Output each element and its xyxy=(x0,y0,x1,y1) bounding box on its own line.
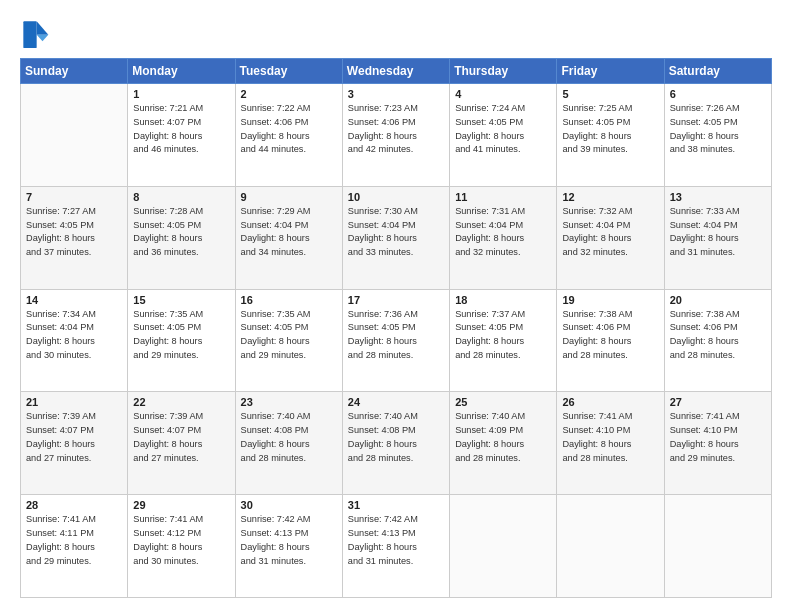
day-info: Sunrise: 7:27 AM Sunset: 4:05 PM Dayligh… xyxy=(26,205,122,260)
calendar-cell: 3Sunrise: 7:23 AM Sunset: 4:06 PM Daylig… xyxy=(342,84,449,187)
calendar-cell: 9Sunrise: 7:29 AM Sunset: 4:04 PM Daylig… xyxy=(235,186,342,289)
svg-marker-0 xyxy=(37,21,49,34)
col-header-wednesday: Wednesday xyxy=(342,59,449,84)
day-info: Sunrise: 7:33 AM Sunset: 4:04 PM Dayligh… xyxy=(670,205,766,260)
calendar-cell: 28Sunrise: 7:41 AM Sunset: 4:11 PM Dayli… xyxy=(21,495,128,598)
calendar-cell: 21Sunrise: 7:39 AM Sunset: 4:07 PM Dayli… xyxy=(21,392,128,495)
calendar-cell: 26Sunrise: 7:41 AM Sunset: 4:10 PM Dayli… xyxy=(557,392,664,495)
calendar-cell: 16Sunrise: 7:35 AM Sunset: 4:05 PM Dayli… xyxy=(235,289,342,392)
day-number: 7 xyxy=(26,191,122,203)
calendar-cell: 24Sunrise: 7:40 AM Sunset: 4:08 PM Dayli… xyxy=(342,392,449,495)
calendar-cell: 14Sunrise: 7:34 AM Sunset: 4:04 PM Dayli… xyxy=(21,289,128,392)
calendar-cell: 23Sunrise: 7:40 AM Sunset: 4:08 PM Dayli… xyxy=(235,392,342,495)
day-number: 16 xyxy=(241,294,337,306)
day-number: 6 xyxy=(670,88,766,100)
calendar-cell: 6Sunrise: 7:26 AM Sunset: 4:05 PM Daylig… xyxy=(664,84,771,187)
day-info: Sunrise: 7:42 AM Sunset: 4:13 PM Dayligh… xyxy=(241,513,337,568)
calendar-header-row: SundayMondayTuesdayWednesdayThursdayFrid… xyxy=(21,59,772,84)
day-info: Sunrise: 7:24 AM Sunset: 4:05 PM Dayligh… xyxy=(455,102,551,157)
day-info: Sunrise: 7:39 AM Sunset: 4:07 PM Dayligh… xyxy=(26,410,122,465)
day-info: Sunrise: 7:35 AM Sunset: 4:05 PM Dayligh… xyxy=(133,308,229,363)
calendar-row-2: 7Sunrise: 7:27 AM Sunset: 4:05 PM Daylig… xyxy=(21,186,772,289)
day-info: Sunrise: 7:29 AM Sunset: 4:04 PM Dayligh… xyxy=(241,205,337,260)
day-number: 25 xyxy=(455,396,551,408)
day-info: Sunrise: 7:38 AM Sunset: 4:06 PM Dayligh… xyxy=(562,308,658,363)
col-header-friday: Friday xyxy=(557,59,664,84)
svg-rect-2 xyxy=(23,21,36,48)
day-info: Sunrise: 7:39 AM Sunset: 4:07 PM Dayligh… xyxy=(133,410,229,465)
day-info: Sunrise: 7:25 AM Sunset: 4:05 PM Dayligh… xyxy=(562,102,658,157)
calendar-row-1: 1Sunrise: 7:21 AM Sunset: 4:07 PM Daylig… xyxy=(21,84,772,187)
calendar-cell: 20Sunrise: 7:38 AM Sunset: 4:06 PM Dayli… xyxy=(664,289,771,392)
day-number: 17 xyxy=(348,294,444,306)
day-number: 23 xyxy=(241,396,337,408)
calendar-cell xyxy=(21,84,128,187)
calendar-cell: 22Sunrise: 7:39 AM Sunset: 4:07 PM Dayli… xyxy=(128,392,235,495)
day-number: 9 xyxy=(241,191,337,203)
day-number: 14 xyxy=(26,294,122,306)
day-number: 2 xyxy=(241,88,337,100)
calendar-row-5: 28Sunrise: 7:41 AM Sunset: 4:11 PM Dayli… xyxy=(21,495,772,598)
day-info: Sunrise: 7:30 AM Sunset: 4:04 PM Dayligh… xyxy=(348,205,444,260)
day-number: 29 xyxy=(133,499,229,511)
col-header-thursday: Thursday xyxy=(450,59,557,84)
calendar-cell: 25Sunrise: 7:40 AM Sunset: 4:09 PM Dayli… xyxy=(450,392,557,495)
day-number: 15 xyxy=(133,294,229,306)
day-number: 12 xyxy=(562,191,658,203)
day-number: 13 xyxy=(670,191,766,203)
day-number: 24 xyxy=(348,396,444,408)
day-info: Sunrise: 7:40 AM Sunset: 4:08 PM Dayligh… xyxy=(348,410,444,465)
day-number: 11 xyxy=(455,191,551,203)
day-info: Sunrise: 7:41 AM Sunset: 4:10 PM Dayligh… xyxy=(670,410,766,465)
col-header-saturday: Saturday xyxy=(664,59,771,84)
calendar-cell: 2Sunrise: 7:22 AM Sunset: 4:06 PM Daylig… xyxy=(235,84,342,187)
calendar-cell: 8Sunrise: 7:28 AM Sunset: 4:05 PM Daylig… xyxy=(128,186,235,289)
day-info: Sunrise: 7:36 AM Sunset: 4:05 PM Dayligh… xyxy=(348,308,444,363)
day-info: Sunrise: 7:38 AM Sunset: 4:06 PM Dayligh… xyxy=(670,308,766,363)
day-number: 3 xyxy=(348,88,444,100)
day-number: 4 xyxy=(455,88,551,100)
day-number: 28 xyxy=(26,499,122,511)
page: SundayMondayTuesdayWednesdayThursdayFrid… xyxy=(0,0,792,612)
day-number: 20 xyxy=(670,294,766,306)
day-info: Sunrise: 7:22 AM Sunset: 4:06 PM Dayligh… xyxy=(241,102,337,157)
day-info: Sunrise: 7:42 AM Sunset: 4:13 PM Dayligh… xyxy=(348,513,444,568)
day-info: Sunrise: 7:34 AM Sunset: 4:04 PM Dayligh… xyxy=(26,308,122,363)
calendar-cell: 31Sunrise: 7:42 AM Sunset: 4:13 PM Dayli… xyxy=(342,495,449,598)
day-info: Sunrise: 7:40 AM Sunset: 4:08 PM Dayligh… xyxy=(241,410,337,465)
calendar-cell: 12Sunrise: 7:32 AM Sunset: 4:04 PM Dayli… xyxy=(557,186,664,289)
day-number: 8 xyxy=(133,191,229,203)
day-info: Sunrise: 7:31 AM Sunset: 4:04 PM Dayligh… xyxy=(455,205,551,260)
day-number: 18 xyxy=(455,294,551,306)
calendar-cell: 4Sunrise: 7:24 AM Sunset: 4:05 PM Daylig… xyxy=(450,84,557,187)
day-info: Sunrise: 7:37 AM Sunset: 4:05 PM Dayligh… xyxy=(455,308,551,363)
calendar-cell xyxy=(557,495,664,598)
day-info: Sunrise: 7:40 AM Sunset: 4:09 PM Dayligh… xyxy=(455,410,551,465)
day-number: 21 xyxy=(26,396,122,408)
calendar-row-3: 14Sunrise: 7:34 AM Sunset: 4:04 PM Dayli… xyxy=(21,289,772,392)
day-number: 10 xyxy=(348,191,444,203)
calendar-table: SundayMondayTuesdayWednesdayThursdayFrid… xyxy=(20,58,772,598)
day-info: Sunrise: 7:23 AM Sunset: 4:06 PM Dayligh… xyxy=(348,102,444,157)
logo xyxy=(20,18,54,48)
calendar-cell: 30Sunrise: 7:42 AM Sunset: 4:13 PM Dayli… xyxy=(235,495,342,598)
day-info: Sunrise: 7:21 AM Sunset: 4:07 PM Dayligh… xyxy=(133,102,229,157)
day-info: Sunrise: 7:35 AM Sunset: 4:05 PM Dayligh… xyxy=(241,308,337,363)
calendar-cell: 15Sunrise: 7:35 AM Sunset: 4:05 PM Dayli… xyxy=(128,289,235,392)
svg-marker-1 xyxy=(37,35,49,42)
calendar-cell: 7Sunrise: 7:27 AM Sunset: 4:05 PM Daylig… xyxy=(21,186,128,289)
header xyxy=(20,18,772,48)
col-header-tuesday: Tuesday xyxy=(235,59,342,84)
day-number: 22 xyxy=(133,396,229,408)
day-info: Sunrise: 7:28 AM Sunset: 4:05 PM Dayligh… xyxy=(133,205,229,260)
calendar-cell: 13Sunrise: 7:33 AM Sunset: 4:04 PM Dayli… xyxy=(664,186,771,289)
day-info: Sunrise: 7:26 AM Sunset: 4:05 PM Dayligh… xyxy=(670,102,766,157)
logo-icon xyxy=(20,18,50,48)
col-header-monday: Monday xyxy=(128,59,235,84)
calendar-cell xyxy=(450,495,557,598)
day-number: 30 xyxy=(241,499,337,511)
day-number: 19 xyxy=(562,294,658,306)
day-number: 1 xyxy=(133,88,229,100)
day-info: Sunrise: 7:41 AM Sunset: 4:10 PM Dayligh… xyxy=(562,410,658,465)
calendar-cell: 18Sunrise: 7:37 AM Sunset: 4:05 PM Dayli… xyxy=(450,289,557,392)
